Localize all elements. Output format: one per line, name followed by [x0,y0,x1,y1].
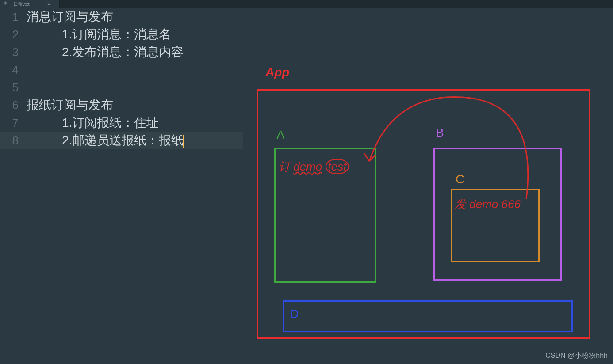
hand-demo: demo [293,160,322,173]
code-line: 消息订阅与发布 [27,8,613,26]
line-number: 4 [0,61,19,79]
editor-tab[interactable]: ◈ 日常.txt × [0,0,60,8]
handwriting-publish: 发 demo 666 [455,197,521,212]
box-d [283,300,573,332]
line-number-gutter: 1 2 3 4 5 6 7 8 [0,8,27,149]
box-d-label: D [290,307,299,321]
hand-text: demo 666 [469,197,521,211]
line-number: 3 [0,43,19,61]
line-number: 2 [0,26,19,43]
hand-char: 发 [455,197,466,211]
close-icon[interactable]: × [47,1,51,8]
box-a-label: A [276,128,285,142]
file-icon: ◈ [4,0,10,6]
line-number: 5 [0,79,19,96]
app-label: App [265,65,289,80]
annotation-diagram: App A B C D 订 demo test 发 demo 666 [257,66,593,345]
tab-bar: ◈ 日常.txt × [0,0,613,8]
code-line: 1.订阅消息：消息名 [27,26,613,43]
code-line: 2.发布消息：消息内容 [27,43,613,61]
watermark: CSDN @小粉粉hhh [545,351,608,360]
line-number: 1 [0,8,19,26]
line-number: 7 [0,114,19,132]
text-cursor [183,135,184,148]
tab-filename: 日常.txt [13,1,30,8]
box-b-label: B [436,126,444,140]
box-c-label: C [456,172,464,186]
line-number: 6 [0,96,19,114]
code-text: 2.邮递员送报纸：报纸 [62,133,184,147]
line-number: 8 [0,132,19,149]
hand-char: 订 [279,160,290,173]
hand-test: test [326,159,349,174]
handwriting-subscribe: 订 demo test [279,159,349,174]
